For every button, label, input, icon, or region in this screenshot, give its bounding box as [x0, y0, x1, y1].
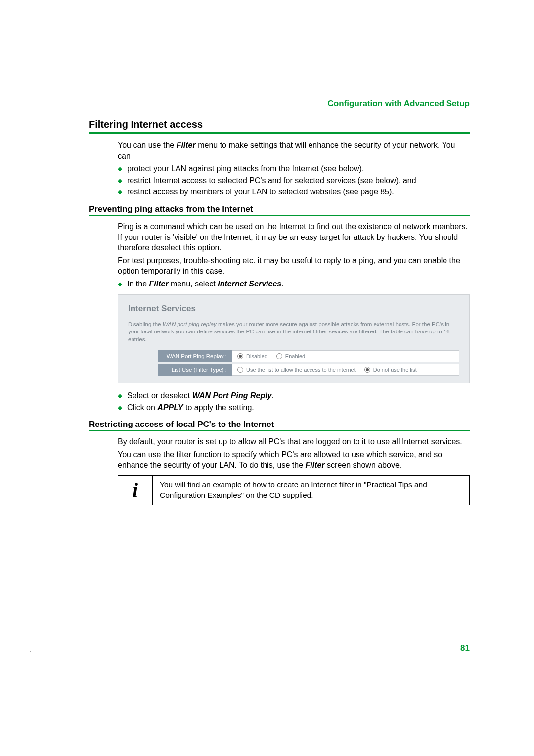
heading-filtering-internet: Filtering Internet access — [89, 119, 470, 130]
bullet-text: restrict Internet access to selected PC'… — [127, 175, 416, 186]
bullet-icon: ◆ — [118, 175, 122, 186]
text: Select or deselect — [127, 391, 192, 400]
ping-paragraph-2: For test purposes, trouble-shooting etc.… — [118, 255, 470, 277]
text: Click on — [127, 403, 157, 412]
text: You can use the — [118, 141, 177, 149]
step-item: ◆ Select or deselect WAN Port Ping Reply… — [118, 390, 470, 401]
page-content: Configuration with Advanced Setup Filter… — [0, 0, 534, 505]
radio-label: Use the list to allow the access to the … — [246, 367, 356, 373]
heading-rule — [89, 430, 470, 431]
filter-keyword: Filter — [149, 280, 168, 288]
heading-rule — [89, 132, 470, 134]
radio-label: Enabled — [285, 353, 305, 359]
heading-restricting-access: Restricting access of local PC's to the … — [89, 420, 470, 429]
crop-mark-bottom: - — [30, 648, 31, 654]
bullet-icon: ◆ — [118, 402, 122, 413]
text: Disabling the — [128, 321, 163, 327]
internet-services-keyword: Internet Services — [218, 280, 281, 288]
bullet-icon: ◆ — [118, 390, 122, 401]
info-icon: i — [118, 476, 153, 505]
info-text: You will find an example of how to creat… — [153, 476, 469, 505]
screenshot-row-list-use: List Use (Filter Type) : Use the list to… — [158, 364, 459, 376]
text: screen shown above. — [325, 461, 402, 469]
bullet-item: ◆ restrict Internet access to selected P… — [118, 175, 470, 186]
bullet-icon: ◆ — [118, 279, 122, 289]
radio-label: Do not use the list — [373, 367, 417, 373]
radio-label: Disabled — [246, 353, 267, 359]
radio-disabled[interactable] — [237, 353, 243, 359]
field-value: Disabled Enabled — [232, 350, 459, 362]
radio-do-not-use-list[interactable] — [364, 367, 370, 373]
screenshot-description: Disabling the WAN port ping replay makes… — [128, 321, 459, 344]
filter-keyword: Filter — [177, 141, 196, 149]
bullet-text: protect your LAN against ping attacks fr… — [127, 163, 364, 174]
heading-preventing-ping: Preventing ping attacks from the Interne… — [89, 204, 470, 214]
step-item: ◆ Click on APPLY to apply the setting. — [118, 402, 470, 413]
section-header: Configuration with Advanced Setup — [89, 99, 470, 109]
screenshot-title: Internet Services — [128, 304, 459, 314]
step-text: Click on APPLY to apply the setting. — [127, 402, 254, 413]
radio-use-list[interactable] — [237, 367, 243, 373]
router-screenshot: Internet Services Disabling the WAN port… — [118, 294, 470, 384]
text: to apply the setting. — [183, 403, 254, 412]
restrict-paragraph-2: You can use the filter function to speci… — [118, 449, 470, 471]
heading-rule — [89, 215, 470, 216]
bullet-text: restrict access by members of your LAN t… — [127, 187, 394, 197]
bullet-item: ◆ protect your LAN against ping attacks … — [118, 163, 470, 174]
intro-paragraph: You can use the Filter menu to make sett… — [118, 140, 470, 161]
step-item: ◆ In the Filter menu, select Internet Se… — [118, 279, 470, 289]
ping-paragraph-1: Ping is a command which can be used on t… — [118, 221, 470, 253]
text: . — [281, 280, 283, 288]
info-callout: i You will find an example of how to cre… — [118, 475, 470, 505]
step-text: In the Filter menu, select Internet Serv… — [127, 279, 284, 289]
bullet-item: ◆ restrict access by members of your LAN… — [118, 187, 470, 197]
screenshot-row-wan-ping: WAN Port Ping Replay : Disabled Enabled — [158, 350, 459, 362]
step-text: Select or deselect WAN Port Ping Reply. — [127, 390, 274, 401]
apply-keyword: APPLY — [157, 403, 183, 412]
bullet-icon: ◆ — [118, 163, 122, 174]
page-number: 81 — [460, 643, 470, 653]
field-label: List Use (Filter Type) : — [158, 364, 232, 376]
crop-mark-top: - — [30, 94, 31, 99]
text: menu, select — [169, 280, 218, 288]
field-value: Use the list to allow the access to the … — [232, 364, 459, 376]
text: In the — [127, 280, 149, 288]
field-label: WAN Port Ping Replay : — [158, 350, 232, 362]
bullet-icon: ◆ — [118, 187, 122, 197]
wan-port-ping-reply-keyword: WAN Port Ping Reply — [192, 391, 272, 400]
restrict-paragraph-1: By default, your router is set up to all… — [118, 436, 470, 447]
radio-enabled[interactable] — [276, 353, 282, 359]
wan-port-ping-replay-italic: WAN port ping replay — [163, 321, 217, 327]
filter-keyword: Filter — [305, 461, 324, 469]
text: . — [272, 391, 274, 400]
